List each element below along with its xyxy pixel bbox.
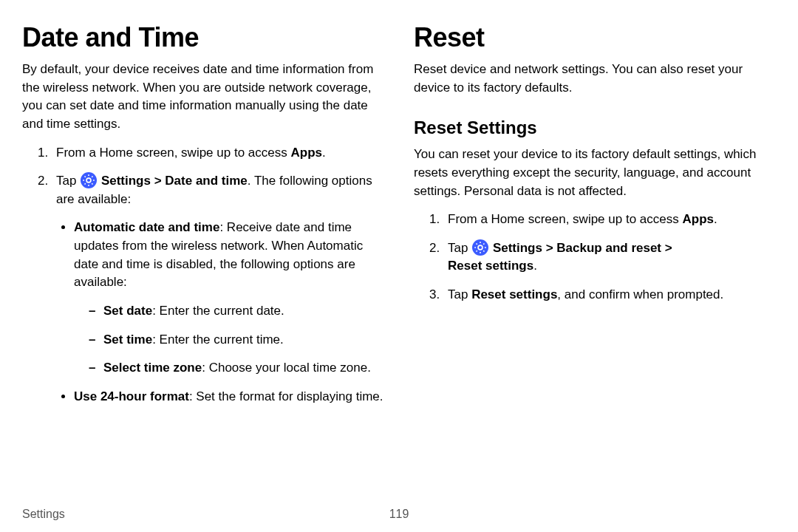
page-footer: Settings 119: [22, 508, 776, 521]
footer-section-label: Settings: [22, 508, 65, 521]
reset-step-2: Tap Settings > Backup and reset > Reset …: [443, 239, 776, 276]
sub-time-zone: Select time zone: Choose your local time…: [89, 359, 384, 378]
intro-reset-settings: You can reset your device to its factory…: [414, 146, 776, 200]
step-2: Tap Settings > Date and time. The follow…: [52, 172, 384, 406]
settings-gear-icon: [472, 239, 488, 256]
intro-date-time: By default, your device receives date an…: [22, 61, 384, 134]
options-list: Automatic date and time: Receive date an…: [56, 219, 384, 406]
reset-step-3: Tap Reset settings, and confirm when pro…: [443, 286, 776, 304]
intro-reset: Reset device and network settings. You c…: [414, 61, 776, 97]
left-column: Date and Time By default, your device re…: [22, 22, 384, 417]
footer-page-number: 119: [389, 508, 409, 521]
reset-step-1: From a Home screen, swipe up to access A…: [443, 211, 776, 229]
subheading-reset-settings: Reset Settings: [414, 117, 776, 138]
steps-date-time: From a Home screen, swipe up to access A…: [22, 144, 384, 406]
sub-options: Set date: Enter the current date. Set ti…: [74, 302, 384, 378]
option-auto-date-time: Automatic date and time: Receive date an…: [74, 219, 384, 377]
step-1: From a Home screen, swipe up to access A…: [52, 144, 384, 163]
settings-gear-icon: [81, 172, 97, 188]
heading-date-time: Date and Time: [22, 22, 384, 53]
option-24h-format: Use 24-hour format: Set the format for d…: [74, 388, 384, 406]
steps-reset: From a Home screen, swipe up to access A…: [414, 211, 776, 304]
heading-reset: Reset: [414, 22, 776, 53]
sub-set-time: Set time: Enter the current time.: [89, 331, 384, 349]
sub-set-date: Set date: Enter the current date.: [89, 302, 384, 321]
right-column: Reset Reset device and network settings.…: [414, 22, 776, 417]
